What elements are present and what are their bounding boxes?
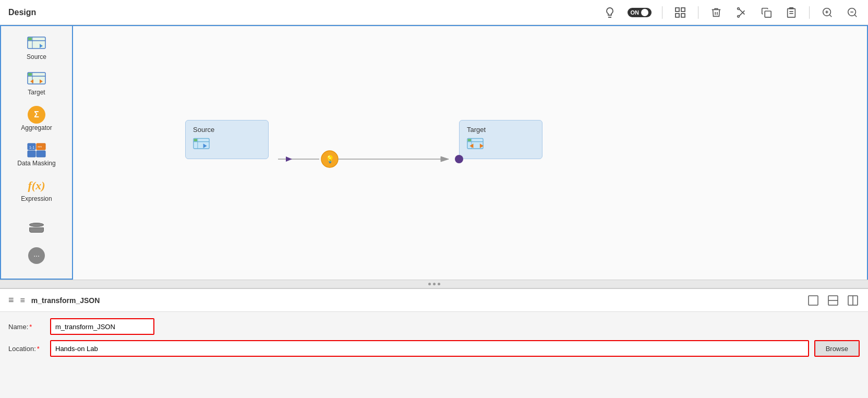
name-label: Name: * [8, 323, 45, 331]
zoom-in-icon[interactable] [820, 5, 835, 20]
source-icon [26, 35, 47, 52]
design-area: Source Target [0, 25, 868, 280]
delete-icon[interactable] [709, 5, 724, 20]
svg-point-4 [738, 15, 740, 17]
agg-sigma-icon: Σ [28, 106, 45, 124]
sidebar-item-data-masking-label: Data Masking [17, 160, 55, 167]
name-label-text: Name: [8, 323, 28, 331]
drag-handle[interactable] [0, 280, 868, 288]
more-dots-icon: ··· [28, 247, 45, 264]
svg-rect-9 [788, 8, 795, 17]
grid-icon[interactable] [673, 5, 688, 20]
toolbar: Design ON [0, 0, 868, 25]
cut-icon[interactable] [734, 5, 749, 20]
target-node-icon [467, 138, 484, 151]
view-split-vertical-icon[interactable] [846, 294, 860, 307]
sidebar-item-source[interactable]: Source [5, 31, 68, 65]
view-split-horizontal-icon[interactable] [826, 294, 840, 307]
expression-icon: f(x) [26, 177, 47, 194]
sidebar-bottom: ··· [1, 215, 72, 273]
svg-rect-40 [194, 139, 197, 141]
sidebar-item-expression-label: Expression [21, 195, 52, 202]
database-icon [26, 219, 47, 236]
data-masking-icon: 1-1 *** [26, 142, 47, 159]
mapping-icon: ≡ [8, 295, 14, 306]
sidebar-item-more[interactable]: ··· [5, 243, 68, 269]
svg-line-13 [829, 15, 831, 17]
location-input[interactable] [50, 340, 809, 357]
sidebar-item-expression[interactable]: f(x) Expression [5, 173, 68, 207]
lightbulb-icon[interactable] [602, 5, 617, 20]
target-node-title: Target [467, 126, 535, 134]
sidebar-item-aggregator-label: Aggregator [21, 124, 52, 131]
toolbar-icons: ON [602, 5, 860, 20]
db-shape [29, 223, 44, 233]
paste-icon[interactable] [784, 5, 799, 20]
sidebar: Source Target [0, 25, 73, 280]
db-body [29, 227, 44, 233]
svg-marker-52 [441, 156, 449, 162]
location-label-text: Location: [8, 345, 36, 353]
separator-3 [809, 6, 810, 19]
svg-rect-3 [681, 14, 685, 17]
sidebar-item-data-masking[interactable]: 1-1 *** Data Masking [5, 138, 68, 171]
bottom-panel-header: ≡ ≡ m_transform_JSON [0, 289, 868, 312]
source-node[interactable]: Source [185, 120, 269, 159]
svg-rect-8 [765, 11, 771, 17]
toggle-switch[interactable]: ON [628, 8, 652, 17]
svg-rect-33 [37, 151, 45, 157]
name-input[interactable] [50, 318, 154, 335]
toggle-label: ON [631, 9, 640, 16]
copy-icon[interactable] [759, 5, 774, 20]
svg-rect-46 [468, 139, 471, 141]
source-node-icon [193, 138, 210, 151]
bottom-form: Name: * Location: * Browse [0, 312, 868, 363]
separator-1 [662, 6, 662, 19]
sidebar-item-source-label: Source [27, 53, 46, 61]
svg-rect-29 [28, 73, 32, 76]
svg-rect-2 [676, 14, 679, 17]
svg-text:1-1: 1-1 [29, 146, 34, 149]
svg-rect-0 [676, 8, 679, 11]
db-disc-top [29, 223, 44, 227]
source-node-title: Source [193, 126, 261, 134]
aggregator-icon: Σ [26, 106, 47, 123]
sidebar-item-aggregator[interactable]: Σ Aggregator [5, 102, 68, 136]
main-area: Source Target [0, 25, 868, 398]
view-toggle-icons [806, 294, 860, 307]
name-form-row: Name: * [8, 318, 860, 335]
location-required-star: * [37, 345, 40, 353]
canvas[interactable]: Source Target [73, 25, 868, 280]
expr-fx-icon: f(x) [28, 179, 45, 192]
svg-point-49 [321, 151, 338, 167]
name-required-star: * [29, 323, 32, 331]
target-icon [26, 71, 47, 88]
drag-dot-3 [438, 283, 440, 285]
bottom-title-area: ≡ ≡ m_transform_JSON [8, 295, 100, 306]
sidebar-item-target[interactable]: Target [5, 67, 68, 100]
svg-rect-54 [809, 296, 818, 305]
svg-marker-48 [286, 156, 292, 162]
toolbar-title: Design [8, 8, 36, 17]
browse-button[interactable]: Browse [814, 340, 860, 357]
more-icon: ··· [26, 247, 47, 264]
view-single-icon[interactable] [806, 294, 820, 307]
bottom-panel: ≡ ≡ m_transform_JSON [0, 288, 868, 398]
svg-line-17 [854, 15, 857, 17]
svg-rect-32 [28, 151, 35, 157]
drag-dots [428, 283, 440, 285]
title-prefix-icon: ≡ [20, 296, 25, 305]
target-node[interactable]: Target [459, 120, 542, 159]
svg-rect-1 [681, 8, 685, 11]
zoom-out-icon[interactable] [845, 5, 860, 20]
svg-point-5 [738, 7, 740, 9]
location-label: Location: * [8, 345, 45, 353]
separator-2 [698, 6, 698, 19]
svg-rect-23 [28, 38, 32, 40]
sidebar-item-database[interactable] [5, 215, 68, 241]
location-form-row: Location: * Browse [8, 340, 860, 357]
svg-text:***: *** [38, 146, 42, 149]
svg-text:💡: 💡 [326, 155, 335, 164]
toggle-dot [641, 9, 648, 16]
bottom-panel-title: m_transform_JSON [31, 296, 100, 305]
